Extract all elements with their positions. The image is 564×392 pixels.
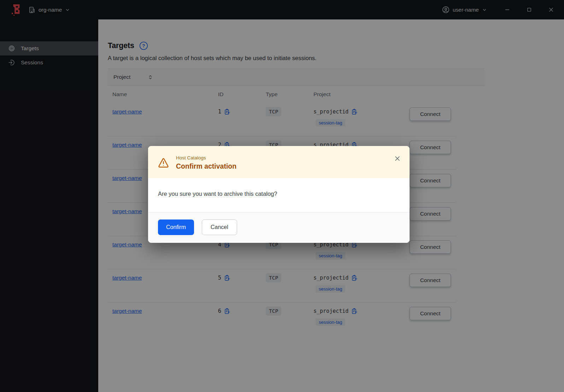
- dialog-header: Host Catalogs Confirm activation: [148, 146, 410, 178]
- cancel-button[interactable]: Cancel: [202, 220, 237, 235]
- close-icon[interactable]: [393, 154, 401, 162]
- confirm-dialog: Host Catalogs Confirm activation Are you…: [148, 146, 410, 243]
- alert-triangle-icon: [158, 157, 169, 170]
- dialog-footer: Confirm Cancel: [148, 212, 410, 243]
- dialog-message: Are you sure you want to archive this ca…: [148, 178, 410, 212]
- dialog-tagline: Host Catalogs: [176, 155, 236, 160]
- dialog-title: Confirm activation: [176, 162, 236, 170]
- confirm-button[interactable]: Confirm: [158, 220, 194, 235]
